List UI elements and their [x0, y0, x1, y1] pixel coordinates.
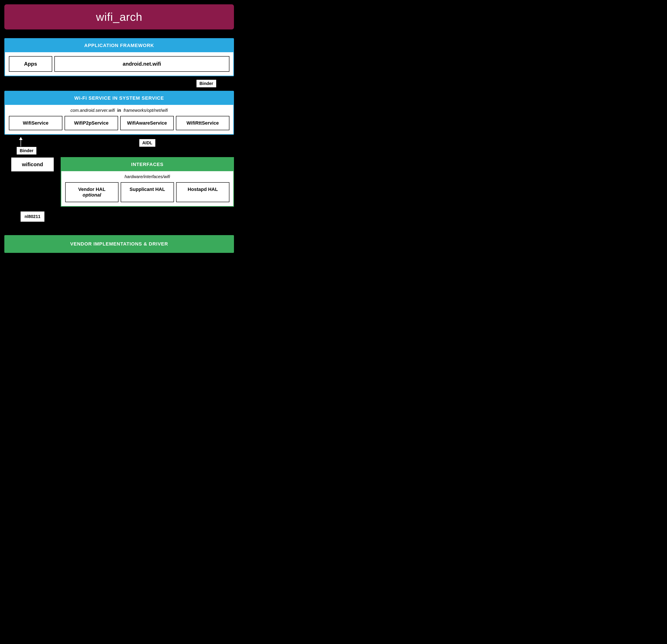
title-bar: wifi_arch — [4, 4, 234, 30]
wificond-box: wificond — [11, 157, 54, 172]
mid-connectors: Binder AIDL — [4, 135, 234, 157]
nl80211-box: nl80211 — [20, 211, 45, 222]
vendor-hal-box: Vendor HAL optional — [65, 182, 118, 202]
nl80211-spacer — [61, 211, 234, 222]
wifi-p2p-box: WifiP2pService — [65, 116, 118, 130]
binder-top-connector: Binder — [4, 76, 234, 91]
hw-path: hardware/interfaces/wifi — [125, 174, 170, 179]
wifi-rtt-box: WifiRttService — [176, 116, 229, 130]
apps-box: Apps — [9, 56, 52, 72]
binder-left-label: Binder — [16, 146, 37, 155]
interfaces-row: wificond INTERFACES hardware/interfaces/… — [4, 157, 234, 207]
interfaces-section: INTERFACES hardware/interfaces/wifi Vend… — [61, 157, 234, 207]
path-pre: com.android.server.wifi — [70, 108, 115, 113]
interfaces-header: INTERFACES — [61, 158, 233, 171]
wifi-service-path: com.android.server.wifi in frameworks/op… — [5, 105, 233, 114]
path-in: in — [117, 108, 121, 113]
supplicant-hal-box: Supplicant HAL — [121, 182, 174, 202]
vendor-hal-label: Vendor HAL optional — [78, 187, 105, 198]
binder-left-col: Binder — [4, 137, 61, 155]
arrow-line — [20, 140, 21, 146]
app-framework-boxes: Apps android.net.wifi — [5, 52, 233, 76]
page-title: wifi_arch — [9, 11, 230, 23]
wificond-col: wificond — [4, 157, 61, 207]
app-framework-header: APPLICATION FRAMEWORK — [5, 39, 233, 52]
hal-boxes-row: Vendor HAL optional Supplicant HAL Hosta… — [61, 180, 233, 206]
wifi-service-header: Wi-Fi SERVICE IN SYSTEM SERVICE — [5, 92, 233, 105]
arrow-head-icon — [19, 137, 22, 140]
wifi-service-box: WifiService — [9, 116, 62, 130]
interfaces-path: hardware/interfaces/wifi — [61, 171, 233, 180]
app-framework-section: APPLICATION FRAMEWORK Apps android.net.w… — [4, 38, 234, 76]
nl80211-row: nl80211 — [4, 207, 234, 226]
binder-top-label: Binder — [196, 79, 217, 88]
vendor-bar: VENDOR IMPLEMENTATIONS & DRIVER — [4, 235, 234, 253]
android-net-wifi-box: android.net.wifi — [54, 56, 229, 72]
nl80211-col: nl80211 — [4, 211, 61, 222]
aidl-label: AIDL — [139, 139, 156, 147]
services-row: WifiService WifiP2pService WifiAwareServ… — [5, 114, 233, 134]
wifi-aware-box: WifiAwareService — [120, 116, 174, 130]
wifi-service-section: Wi-Fi SERVICE IN SYSTEM SERVICE com.andr… — [4, 91, 234, 135]
hostapd-hal-box: Hostapd HAL — [176, 182, 229, 202]
path-post: frameworks/opt/net/wifi — [124, 108, 168, 113]
aidl-col: AIDL — [61, 137, 234, 147]
